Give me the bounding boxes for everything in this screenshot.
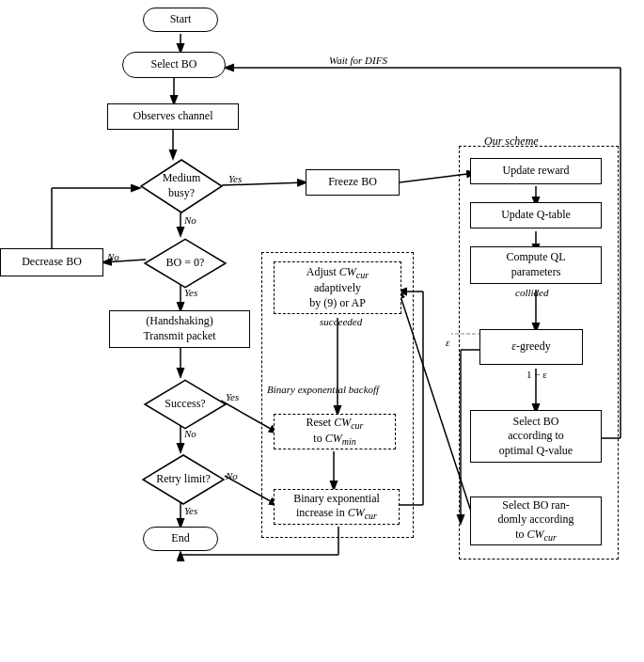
compute-ql-node: Compute QLparameters — [470, 246, 602, 284]
adjust-cw-node: Adjust CWcuradaptivelyby (9) or AP — [274, 261, 401, 314]
end-node: End — [143, 527, 218, 551]
succeeded-label: succeeded — [320, 316, 362, 327]
select-bo-optimal-node: Select BOaccording tooptimal Q-value — [470, 410, 602, 463]
binary-backoff-label: Binary exponential backoff — [267, 384, 379, 395]
bo-zero-diamond: BO = 0? — [143, 235, 228, 292]
retry-diamond: Retry limit? — [141, 451, 226, 508]
no-label-bo: No — [107, 251, 119, 262]
yes-label-bo: Yes — [184, 287, 197, 298]
yes-label-success: Yes — [226, 391, 239, 402]
no-label-success: No — [184, 428, 196, 439]
one-minus-epsilon-label: 1 − ε — [526, 369, 547, 380]
select-bo-random-node: Select BO ran-domly accordingto CWcur — [470, 496, 602, 545]
start-node: Start — [143, 8, 218, 32]
yes-label-medium: Yes — [228, 173, 242, 184]
decrease-bo-node: Decrease BO — [0, 248, 103, 276]
epsilon-label: ε — [446, 337, 449, 348]
flowchart-diagram: Our scheme Binary exponential backoff St… — [0, 0, 644, 662]
transmit-node: (Handshaking)Transmit packet — [109, 310, 250, 348]
medium-busy-diamond: Mediumbusy? — [139, 158, 224, 214]
update-qtable-node: Update Q-table — [470, 202, 602, 229]
freeze-bo-node: Freeze BO — [306, 169, 400, 196]
success-diamond: Success? — [143, 376, 228, 433]
no-label-medium: No — [184, 214, 196, 226]
epsilon-greedy-node: ε-greedy — [479, 329, 583, 365]
binary-increase-node: Binary exponentialincrease in CWcur — [274, 489, 400, 525]
no-label-retry: No — [226, 470, 238, 481]
our-scheme-label: Our scheme — [484, 134, 539, 149]
yes-label-retry: Yes — [184, 505, 197, 516]
wait-difs-label: Wait for DIFS — [329, 55, 387, 66]
update-reward-node: Update reward — [470, 158, 602, 184]
observes-channel-node: Observes channel — [107, 103, 239, 130]
reset-cw-node: Reset CWcurto CWmin — [274, 414, 396, 449]
collided-label: collided — [515, 287, 548, 298]
select-bo-node: Select BO — [122, 52, 226, 78]
